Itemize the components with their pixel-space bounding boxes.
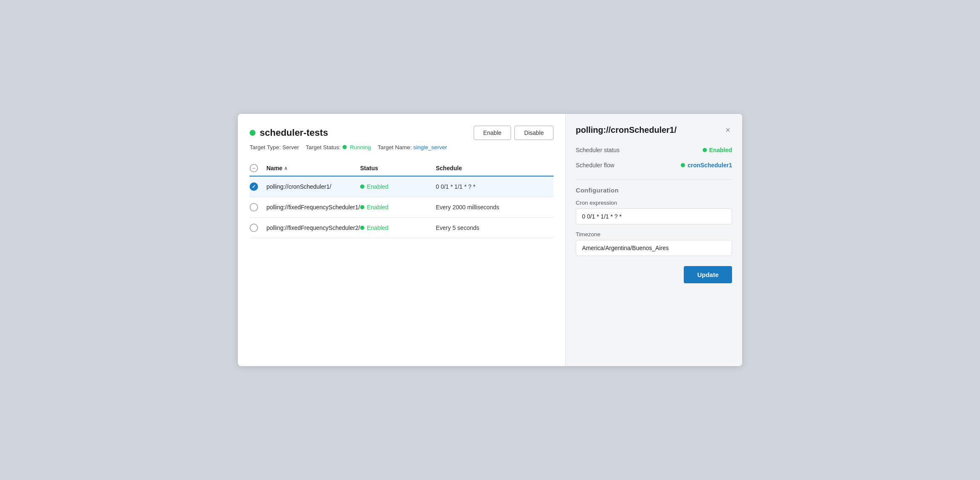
row3-radio[interactable] [250,224,258,232]
target-status-label: Target Status: Running [306,144,371,150]
scheduler-status-row: Scheduler status Enabled [576,142,732,158]
row3-status: Enabled [360,224,436,231]
row1-schedule: 0 0/1 * 1/1 * ? * [436,183,553,190]
row2-radio[interactable] [250,203,258,211]
scheduler-flow-row: Scheduler flow cronScheduler1 [576,158,732,173]
scheduler-flow-label: Scheduler flow [576,162,614,169]
target-info: Target Type: Server Target Status: Runni… [250,144,553,150]
scheduler-status-label: Scheduler status [576,147,619,153]
running-dot [342,145,347,149]
row3-status-dot [360,226,364,230]
row1-status: Enabled [360,183,436,190]
cron-expression-label: Cron expression [576,200,732,206]
flow-dot [681,163,685,167]
scheduler-flow-value[interactable]: cronScheduler1 [681,162,732,169]
row3-name: polling://fixedFrequencyScheduler2/ [266,224,360,231]
configuration-section: Configuration Cron expression Timezone U… [576,187,732,263]
left-panel: scheduler-tests Enable Disable Target Ty… [238,114,566,366]
update-button[interactable]: Update [684,266,732,283]
sort-arrow-icon: ∧ [284,166,287,171]
app-title: scheduler-tests [260,127,328,138]
app-title-row: scheduler-tests [250,127,328,138]
table-header: Name ∧ Status Schedule [250,161,553,177]
row2-select[interactable] [250,203,266,211]
col-name[interactable]: Name ∧ [266,165,360,171]
col-select [250,164,266,172]
row3-schedule: Every 5 seconds [436,224,553,231]
row3-select[interactable] [250,224,266,232]
enable-button[interactable]: Enable [474,126,511,140]
row1-radio[interactable] [250,182,258,191]
timezone-input[interactable] [576,240,732,256]
select-all-checkbox[interactable] [250,164,258,172]
row2-schedule: Every 2000 milliseconds [436,204,553,211]
target-name-label: Target Name: single_server [378,144,447,150]
row1-status-dot [360,185,364,189]
table-row[interactable]: polling://fixedFrequencyScheduler1/ Enab… [250,197,553,218]
col-status: Status [360,165,436,171]
status-dot-detail [703,148,707,152]
row1-name: polling://cronScheduler1/ [266,183,360,190]
close-button[interactable]: × [724,124,732,136]
table-row[interactable]: polling://cronScheduler1/ Enabled 0 0/1 … [250,177,553,197]
info-section: Scheduler status Enabled Scheduler flow … [576,142,732,173]
col-schedule: Schedule [436,165,553,171]
scheduler-status-value: Enabled [703,147,732,153]
header-buttons: Enable Disable [474,126,553,140]
row2-status-dot [360,205,364,209]
target-type-label: Target Type: Server [250,144,299,150]
scheduler-table: Name ∧ Status Schedule polling://cronSch… [250,161,553,238]
disable-button[interactable]: Disable [514,126,553,140]
row2-status: Enabled [360,204,436,211]
status-dot [250,130,256,136]
detail-header: polling://cronScheduler1/ × [566,114,742,142]
table-row[interactable]: polling://fixedFrequencyScheduler2/ Enab… [250,218,553,238]
row1-select[interactable] [250,182,266,191]
detail-title: polling://cronScheduler1/ [576,125,677,135]
target-name-link[interactable]: single_server [413,144,447,150]
timezone-label: Timezone [576,231,732,237]
app-header: scheduler-tests Enable Disable [250,126,553,140]
row2-name: polling://fixedFrequencyScheduler1/ [266,204,360,211]
detail-body: Scheduler status Enabled Scheduler flow … [566,142,742,366]
configuration-title: Configuration [576,187,732,194]
section-divider [576,179,732,180]
detail-panel: polling://cronScheduler1/ × Scheduler st… [566,114,742,366]
cron-expression-input[interactable] [576,208,732,224]
